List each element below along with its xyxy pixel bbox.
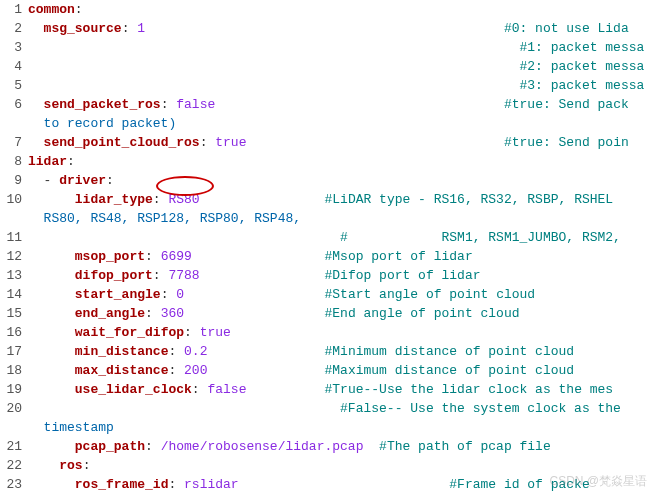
line-number xyxy=(0,418,22,437)
code-line: send_point_cloud_ros: true #true: Send p… xyxy=(28,133,655,152)
line-number: 4 xyxy=(0,57,22,76)
code-line: start_angle: 0 #Start angle of point clo… xyxy=(28,285,655,304)
line-number-gutter: 123456789101112131415161718192021222324 xyxy=(0,0,28,500)
code-line: message xyxy=(28,494,655,500)
code-line: lidar: xyxy=(28,152,655,171)
line-number: 12 xyxy=(0,247,22,266)
code-line: wait_for_difop: true xyxy=(28,323,655,342)
line-number: 8 xyxy=(0,152,22,171)
line-number: 16 xyxy=(0,323,22,342)
line-number: 14 xyxy=(0,285,22,304)
code-line: to record packet) xyxy=(28,114,655,133)
code-line: min_distance: 0.2 #Minimum distance of p… xyxy=(28,342,655,361)
line-number: 15 xyxy=(0,304,22,323)
code-content[interactable]: common: msg_source: 1 #0: not use Lida #… xyxy=(28,0,655,500)
watermark: CSDN @梵焱星语 xyxy=(549,473,647,490)
line-number xyxy=(0,494,22,500)
code-editor: 123456789101112131415161718192021222324 … xyxy=(0,0,655,500)
line-number: 10 xyxy=(0,190,22,209)
line-number: 9 xyxy=(0,171,22,190)
code-line: RS80, RS48, RSP128, RSP80, RSP48, xyxy=(28,209,655,228)
line-number xyxy=(0,209,22,228)
line-number: 22 xyxy=(0,456,22,475)
line-number: 23 xyxy=(0,475,22,494)
code-line: msg_source: 1 #0: not use Lida xyxy=(28,19,655,38)
line-number: 19 xyxy=(0,380,22,399)
code-line: max_distance: 200 #Maximum distance of p… xyxy=(28,361,655,380)
code-line: #2: packet messa xyxy=(28,57,655,76)
line-number: 21 xyxy=(0,437,22,456)
line-number: 7 xyxy=(0,133,22,152)
code-line: lidar_type: RS80 #LiDAR type - RS16, RS3… xyxy=(28,190,655,209)
code-line: msop_port: 6699 #Msop port of lidar xyxy=(28,247,655,266)
code-line: send_packet_ros: false #true: Send pack xyxy=(28,95,655,114)
line-number xyxy=(0,114,22,133)
code-line: timestamp xyxy=(28,418,655,437)
code-line: difop_port: 7788 #Difop port of lidar xyxy=(28,266,655,285)
line-number: 5 xyxy=(0,76,22,95)
code-line: # RSM1, RSM1_JUMBO, RSM2, xyxy=(28,228,655,247)
code-line: #False-- Use the system clock as the xyxy=(28,399,655,418)
line-number: 18 xyxy=(0,361,22,380)
code-line: use_lidar_clock: false #True--Use the li… xyxy=(28,380,655,399)
code-line: common: xyxy=(28,0,655,19)
line-number: 6 xyxy=(0,95,22,114)
code-line: #3: packet messa xyxy=(28,76,655,95)
line-number: 3 xyxy=(0,38,22,57)
line-number: 11 xyxy=(0,228,22,247)
code-line: #1: packet messa xyxy=(28,38,655,57)
line-number: 2 xyxy=(0,19,22,38)
line-number: 20 xyxy=(0,399,22,418)
line-number: 1 xyxy=(0,0,22,19)
line-number: 13 xyxy=(0,266,22,285)
line-number: 17 xyxy=(0,342,22,361)
code-line: - driver: xyxy=(28,171,655,190)
code-line: pcap_path: /home/robosense/lidar.pcap #T… xyxy=(28,437,655,456)
code-line: end_angle: 360 #End angle of point cloud xyxy=(28,304,655,323)
